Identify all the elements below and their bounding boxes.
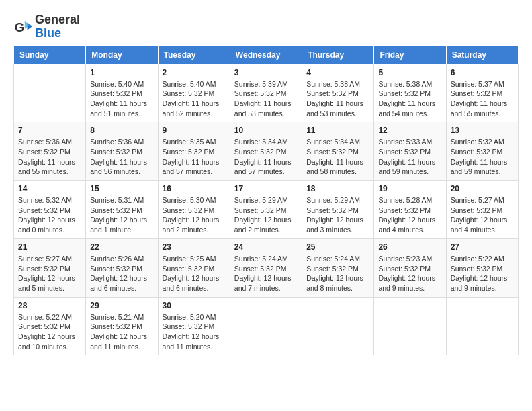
calendar-cell: 11Sunrise: 5:34 AMSunset: 5:32 PMDayligh…	[302, 122, 374, 181]
day-info: Sunrise: 5:38 AMSunset: 5:32 PMDaylight:…	[306, 79, 369, 119]
day-number: 15	[90, 184, 153, 193]
calendar-cell: 20Sunrise: 5:27 AMSunset: 5:32 PMDayligh…	[446, 181, 518, 239]
day-info: Sunrise: 5:39 AMSunset: 5:32 PMDaylight:…	[234, 79, 298, 119]
day-info: Sunrise: 5:33 AMSunset: 5:32 PMDaylight:…	[378, 137, 441, 177]
calendar-cell: 19Sunrise: 5:28 AMSunset: 5:32 PMDayligh…	[374, 181, 446, 239]
day-info: Sunrise: 5:34 AMSunset: 5:32 PMDaylight:…	[306, 137, 369, 177]
calendar-cell: 1Sunrise: 5:40 AMSunset: 5:32 PMDaylight…	[86, 64, 158, 122]
day-number: 10	[234, 126, 298, 135]
calendar-cell: 27Sunrise: 5:22 AMSunset: 5:32 PMDayligh…	[446, 238, 518, 297]
day-number: 23	[163, 242, 226, 252]
day-info: Sunrise: 5:26 AMSunset: 5:32 PMDaylight:…	[90, 254, 153, 293]
day-info: Sunrise: 5:34 AMSunset: 5:32 PMDaylight:…	[234, 137, 298, 177]
calendar-cell: 7Sunrise: 5:36 AMSunset: 5:32 PMDaylight…	[14, 122, 86, 181]
day-info: Sunrise: 5:22 AMSunset: 5:32 PMDaylight:…	[18, 312, 81, 352]
calendar-cell: 26Sunrise: 5:23 AMSunset: 5:32 PMDayligh…	[374, 238, 446, 297]
calendar-cell: 10Sunrise: 5:34 AMSunset: 5:32 PMDayligh…	[230, 122, 302, 181]
calendar-cell: 6Sunrise: 5:37 AMSunset: 5:32 PMDaylight…	[446, 64, 518, 122]
day-info: Sunrise: 5:29 AMSunset: 5:32 PMDaylight:…	[306, 195, 369, 235]
day-number: 20	[451, 184, 514, 193]
day-info: Sunrise: 5:36 AMSunset: 5:32 PMDaylight:…	[90, 137, 153, 177]
day-number: 30	[163, 301, 226, 310]
day-info: Sunrise: 5:32 AMSunset: 5:32 PMDaylight:…	[451, 137, 514, 177]
calendar-cell: 15Sunrise: 5:31 AMSunset: 5:32 PMDayligh…	[86, 181, 158, 239]
day-number: 3	[234, 68, 298, 77]
day-number: 4	[306, 68, 369, 77]
calendar-cell	[446, 297, 518, 355]
calendar-cell: 13Sunrise: 5:32 AMSunset: 5:32 PMDayligh…	[446, 122, 518, 181]
calendar-cell: 3Sunrise: 5:39 AMSunset: 5:32 PMDaylight…	[230, 64, 302, 122]
day-info: Sunrise: 5:32 AMSunset: 5:32 PMDaylight:…	[18, 195, 81, 235]
day-number: 2	[163, 68, 226, 77]
weekday-header-wednesday: Wednesday	[230, 46, 302, 64]
day-info: Sunrise: 5:28 AMSunset: 5:32 PMDaylight:…	[378, 195, 441, 235]
calendar-cell: 2Sunrise: 5:40 AMSunset: 5:32 PMDaylight…	[158, 64, 230, 122]
day-info: Sunrise: 5:29 AMSunset: 5:32 PMDaylight:…	[234, 195, 298, 235]
day-info: Sunrise: 5:20 AMSunset: 5:32 PMDaylight:…	[163, 312, 226, 352]
day-info: Sunrise: 5:21 AMSunset: 5:32 PMDaylight:…	[90, 312, 153, 352]
day-info: Sunrise: 5:24 AMSunset: 5:32 PMDaylight:…	[306, 254, 369, 293]
day-number: 11	[306, 126, 369, 135]
calendar-cell	[230, 297, 302, 355]
day-number: 17	[234, 184, 298, 193]
calendar-cell: 9Sunrise: 5:35 AMSunset: 5:32 PMDaylight…	[158, 122, 230, 181]
calendar-cell: 22Sunrise: 5:26 AMSunset: 5:32 PMDayligh…	[86, 238, 158, 297]
day-number: 21	[18, 242, 81, 252]
calendar-table: SundayMondayTuesdayWednesdayThursdayFrid…	[13, 46, 519, 356]
day-number: 27	[451, 242, 514, 252]
calendar-cell: 12Sunrise: 5:33 AMSunset: 5:32 PMDayligh…	[374, 122, 446, 181]
calendar-cell: 25Sunrise: 5:24 AMSunset: 5:32 PMDayligh…	[302, 238, 374, 297]
day-info: Sunrise: 5:40 AMSunset: 5:32 PMDaylight:…	[90, 79, 153, 119]
day-number: 22	[90, 242, 153, 252]
calendar-cell	[302, 297, 374, 355]
calendar-cell	[374, 297, 446, 355]
day-number: 16	[163, 184, 226, 193]
weekday-header-tuesday: Tuesday	[158, 46, 230, 64]
calendar-cell: 17Sunrise: 5:29 AMSunset: 5:32 PMDayligh…	[230, 181, 302, 239]
day-number: 1	[90, 68, 153, 77]
svg-text:G: G	[15, 19, 25, 34]
day-info: Sunrise: 5:23 AMSunset: 5:32 PMDaylight:…	[378, 254, 441, 293]
weekday-header-sunday: Sunday	[14, 46, 86, 64]
day-number: 28	[18, 301, 81, 310]
day-info: Sunrise: 5:31 AMSunset: 5:32 PMDaylight:…	[90, 195, 153, 235]
day-number: 26	[378, 242, 441, 252]
logo-line2: Blue	[35, 27, 80, 40]
calendar-cell: 14Sunrise: 5:32 AMSunset: 5:32 PMDayligh…	[14, 181, 86, 239]
calendar-cell: 16Sunrise: 5:30 AMSunset: 5:32 PMDayligh…	[158, 181, 230, 239]
day-number: 14	[18, 184, 81, 193]
day-number: 24	[234, 242, 298, 252]
logo: G General Blue	[13, 13, 80, 40]
day-info: Sunrise: 5:22 AMSunset: 5:32 PMDaylight:…	[451, 254, 514, 293]
day-number: 18	[306, 184, 369, 193]
calendar-cell: 23Sunrise: 5:25 AMSunset: 5:32 PMDayligh…	[158, 238, 230, 297]
weekday-header-thursday: Thursday	[302, 46, 374, 64]
weekday-header-monday: Monday	[86, 46, 158, 64]
calendar-cell: 18Sunrise: 5:29 AMSunset: 5:32 PMDayligh…	[302, 181, 374, 239]
calendar-cell: 24Sunrise: 5:24 AMSunset: 5:32 PMDayligh…	[230, 238, 302, 297]
day-info: Sunrise: 5:38 AMSunset: 5:32 PMDaylight:…	[378, 79, 441, 119]
day-info: Sunrise: 5:35 AMSunset: 5:32 PMDaylight:…	[163, 137, 226, 177]
weekday-header-friday: Friday	[374, 46, 446, 64]
day-info: Sunrise: 5:37 AMSunset: 5:32 PMDaylight:…	[451, 79, 514, 119]
calendar-cell: 4Sunrise: 5:38 AMSunset: 5:32 PMDaylight…	[302, 64, 374, 122]
day-info: Sunrise: 5:27 AMSunset: 5:32 PMDaylight:…	[451, 195, 514, 235]
day-info: Sunrise: 5:24 AMSunset: 5:32 PMDaylight:…	[234, 254, 298, 293]
day-info: Sunrise: 5:30 AMSunset: 5:32 PMDaylight:…	[163, 195, 226, 235]
calendar-cell: 30Sunrise: 5:20 AMSunset: 5:32 PMDayligh…	[158, 297, 230, 355]
day-number: 29	[90, 301, 153, 310]
calendar-cell: 29Sunrise: 5:21 AMSunset: 5:32 PMDayligh…	[86, 297, 158, 355]
day-number: 9	[163, 126, 226, 135]
day-number: 8	[90, 126, 153, 135]
calendar-cell	[14, 64, 86, 122]
day-number: 19	[378, 184, 441, 193]
day-number: 5	[378, 68, 441, 77]
day-info: Sunrise: 5:40 AMSunset: 5:32 PMDaylight:…	[163, 79, 226, 119]
logo-icon: G	[13, 17, 32, 36]
calendar-cell: 8Sunrise: 5:36 AMSunset: 5:32 PMDaylight…	[86, 122, 158, 181]
day-number: 7	[18, 126, 81, 135]
day-number: 25	[306, 242, 369, 252]
day-info: Sunrise: 5:27 AMSunset: 5:32 PMDaylight:…	[18, 254, 81, 293]
weekday-header-saturday: Saturday	[446, 46, 518, 64]
day-info: Sunrise: 5:36 AMSunset: 5:32 PMDaylight:…	[18, 137, 81, 177]
